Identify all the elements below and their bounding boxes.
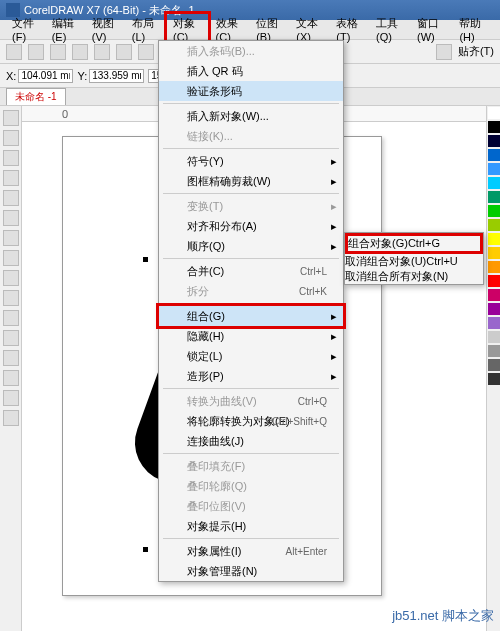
crop-tool-icon[interactable] xyxy=(3,150,19,166)
color-swatch[interactable] xyxy=(488,359,500,371)
outline-tool-icon[interactable] xyxy=(3,410,19,426)
menu-item[interactable]: 顺序(Q)▸ xyxy=(159,236,343,256)
color-swatch[interactable] xyxy=(488,219,500,231)
effects-tool-icon[interactable] xyxy=(3,350,19,366)
object-menu-dropdown: 插入条码(B)...插入 QR 码验证条形码插入新对象(W)...链接(K)..… xyxy=(158,40,344,582)
polygon-tool-icon[interactable] xyxy=(3,250,19,266)
copy-icon[interactable] xyxy=(116,44,132,60)
dimension-tool-icon[interactable] xyxy=(3,310,19,326)
color-swatch[interactable] xyxy=(488,261,500,273)
color-swatch[interactable] xyxy=(488,149,500,161)
snap-button[interactable]: 贴齐(T) xyxy=(458,44,494,59)
menu-item[interactable]: 连接曲线(J) xyxy=(159,431,343,451)
menu-item[interactable]: 将轮廓转换为对象(E)Ctrl+Shift+Q xyxy=(159,411,343,431)
color-swatch[interactable] xyxy=(488,205,500,217)
freehand-tool-icon[interactable] xyxy=(3,190,19,206)
menu-item: 链接(K)... xyxy=(159,126,343,146)
save-icon[interactable] xyxy=(50,44,66,60)
paste-icon[interactable] xyxy=(138,44,154,60)
toolbox xyxy=(0,106,22,631)
cut-icon[interactable] xyxy=(94,44,110,60)
color-swatch[interactable] xyxy=(488,107,500,119)
menu-item: 转换为曲线(V)Ctrl+Q xyxy=(159,391,343,411)
group-submenu: 组合对象(G)Ctrl+G取消组合对象(U)Ctrl+U取消组合所有对象(N) xyxy=(344,232,484,285)
color-palette xyxy=(486,106,500,631)
color-swatch[interactable] xyxy=(488,177,500,189)
menu-item[interactable]: 对象管理器(N) xyxy=(159,561,343,581)
menu-item[interactable]: 造形(P)▸ xyxy=(159,366,343,386)
menu-edit[interactable]: 编辑(E) xyxy=(46,14,86,45)
shape-tool-icon[interactable] xyxy=(3,130,19,146)
pick-tool-icon[interactable] xyxy=(3,110,19,126)
selection-handle[interactable] xyxy=(143,257,148,262)
menu-file[interactable]: 文件(F) xyxy=(6,14,46,45)
color-swatch[interactable] xyxy=(488,303,500,315)
submenu-item[interactable]: 组合对象(G)Ctrl+G xyxy=(348,236,480,251)
color-swatch[interactable] xyxy=(488,373,500,385)
menu-bar: 文件(F) 编辑(E) 视图(V) 布局(L) 对象(C) 效果(C) 位图(B… xyxy=(0,20,500,40)
menu-item[interactable]: 组合(G)▸ xyxy=(159,306,343,326)
color-swatch[interactable] xyxy=(488,247,500,259)
doc-tab[interactable]: 未命名 -1 xyxy=(6,88,66,105)
watermark: jb51.net 脚本之家 xyxy=(392,607,494,625)
color-swatch[interactable] xyxy=(488,121,500,133)
menu-item: 叠印位图(V) xyxy=(159,496,343,516)
open-icon[interactable] xyxy=(28,44,44,60)
menu-item[interactable]: 锁定(L)▸ xyxy=(159,346,343,366)
menu-window[interactable]: 窗口(W) xyxy=(411,14,453,45)
submenu-item: 取消组合对象(U)Ctrl+U xyxy=(345,254,483,269)
selection-handle[interactable] xyxy=(143,547,148,552)
rectangle-tool-icon[interactable] xyxy=(3,210,19,226)
connector-tool-icon[interactable] xyxy=(3,330,19,346)
menu-item[interactable]: 合并(C)Ctrl+L xyxy=(159,261,343,281)
ruler-mark: 0 xyxy=(62,108,68,120)
text-tool-icon[interactable] xyxy=(3,270,19,286)
zoom-tool-icon[interactable] xyxy=(3,170,19,186)
menu-item[interactable]: 符号(Y)▸ xyxy=(159,151,343,171)
color-swatch[interactable] xyxy=(488,345,500,357)
color-swatch[interactable] xyxy=(488,275,500,287)
table-tool-icon[interactable] xyxy=(3,290,19,306)
x-input[interactable] xyxy=(18,69,73,83)
eyedropper-tool-icon[interactable] xyxy=(3,370,19,386)
color-swatch[interactable] xyxy=(488,191,500,203)
options-icon[interactable] xyxy=(436,44,452,60)
new-icon[interactable] xyxy=(6,44,22,60)
menu-item[interactable]: 对象提示(H) xyxy=(159,516,343,536)
color-swatch[interactable] xyxy=(488,289,500,301)
menu-item[interactable]: 验证条形码 xyxy=(159,81,343,101)
menu-item[interactable]: 对齐和分布(A)▸ xyxy=(159,216,343,236)
menu-item: 插入条码(B)... xyxy=(159,41,343,61)
x-label: X: xyxy=(6,70,16,82)
y-label: Y: xyxy=(77,70,87,82)
menu-help[interactable]: 帮助(H) xyxy=(453,14,494,45)
color-swatch[interactable] xyxy=(488,331,500,343)
menu-item[interactable]: 图框精确剪裁(W)▸ xyxy=(159,171,343,191)
menu-item[interactable]: 隐藏(H)▸ xyxy=(159,326,343,346)
menu-item: 拆分Ctrl+K xyxy=(159,281,343,301)
menu-view[interactable]: 视图(V) xyxy=(86,14,126,45)
y-input[interactable] xyxy=(89,69,144,83)
menu-item[interactable]: 插入 QR 码 xyxy=(159,61,343,81)
color-swatch[interactable] xyxy=(488,233,500,245)
color-swatch[interactable] xyxy=(488,163,500,175)
menu-item: 叠印轮廓(Q) xyxy=(159,476,343,496)
menu-item[interactable]: 对象属性(I)Alt+Enter xyxy=(159,541,343,561)
menu-item: 叠印填充(F) xyxy=(159,456,343,476)
print-icon[interactable] xyxy=(72,44,88,60)
submenu-item: 取消组合所有对象(N) xyxy=(345,269,483,284)
color-swatch[interactable] xyxy=(488,135,500,147)
menu-item[interactable]: 插入新对象(W)... xyxy=(159,106,343,126)
fill-tool-icon[interactable] xyxy=(3,390,19,406)
menu-item: 变换(T)▸ xyxy=(159,196,343,216)
menu-tools[interactable]: 工具(Q) xyxy=(370,14,411,45)
color-swatch[interactable] xyxy=(488,317,500,329)
ellipse-tool-icon[interactable] xyxy=(3,230,19,246)
